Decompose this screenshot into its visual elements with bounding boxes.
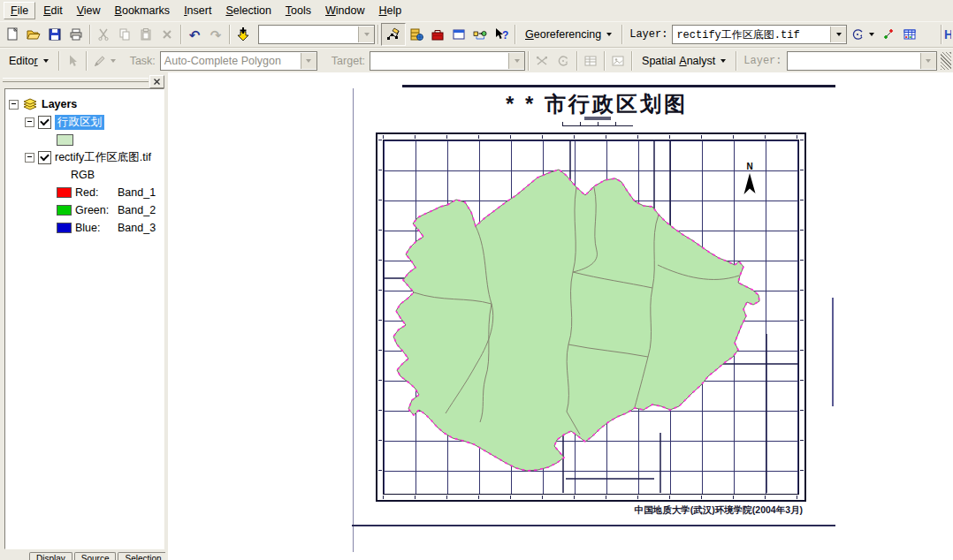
sa-layer-dropdown-button[interactable] [920, 53, 936, 69]
menu-file[interactable]: File [4, 2, 35, 19]
polygon-symbol-swatch[interactable] [57, 134, 73, 146]
close-panel-button[interactable] [149, 75, 164, 88]
target-combobox[interactable] [370, 51, 525, 71]
georef-layer-combobox[interactable]: rectify工作区底图.tif [672, 25, 847, 44]
band-name: Band_2 [118, 204, 156, 216]
layer-visibility-checkbox[interactable] [38, 151, 51, 164]
map-credit: 中国地质大学(武汉)环境学院(2004年3月) [635, 504, 803, 517]
toolbar-separator [229, 25, 230, 44]
layer-name-selected[interactable]: 行政区划 [55, 115, 104, 130]
menu-bookmarks[interactable]: Bookmarks [109, 3, 177, 19]
toc-layer-raster[interactable]: rectify工作区底图.tif [25, 148, 164, 166]
toc-root-layers[interactable]: Layers [9, 95, 164, 113]
sa-layer-combobox[interactable] [787, 51, 937, 71]
menu-tools[interactable]: Tools [279, 3, 317, 19]
arccatalog-button[interactable] [406, 24, 427, 45]
save-button[interactable] [44, 24, 65, 45]
clipped-toolbar-button[interactable]: H [944, 28, 951, 41]
cut-button[interactable] [93, 24, 114, 45]
close-icon [154, 79, 160, 85]
add-data-icon [236, 27, 250, 42]
collapse-icon[interactable] [9, 100, 19, 110]
new-document-button[interactable] [2, 24, 23, 45]
band-name: Band_3 [118, 222, 156, 234]
sketch-properties-button[interactable] [607, 50, 629, 72]
split-icon [535, 54, 549, 68]
toolbar-separator [941, 25, 942, 44]
attributes-button[interactable] [580, 50, 601, 72]
toc-layer-admin[interactable]: 行政区划 [25, 113, 164, 131]
rotate-tool-button[interactable] [847, 24, 878, 45]
arctoolbox-button[interactable] [427, 24, 448, 45]
layer-name[interactable]: rectify工作区底图.tif [55, 150, 151, 165]
task-dropdown-button[interactable] [301, 53, 316, 69]
add-control-points-button[interactable] [878, 24, 899, 45]
link-table-icon [903, 27, 917, 42]
georeferencing-menu-button[interactable]: Georeferencing [518, 24, 619, 45]
modelbuilder-button[interactable] [469, 24, 491, 45]
spatial-analyst-menu-button[interactable]: SpatialAnalyst [635, 50, 733, 72]
georef-layer-dropdown-button[interactable] [830, 26, 846, 42]
map-frame: N [376, 132, 806, 502]
band-channel-label: Red: [75, 186, 114, 199]
sa-layer-label: Layer: [743, 55, 781, 67]
chevron-down-icon [926, 59, 931, 63]
menu-insert[interactable]: Insert [178, 3, 217, 19]
menu-window[interactable]: Window [319, 3, 370, 19]
print-button[interactable] [65, 24, 87, 45]
scale-bar [562, 117, 633, 129]
menu-bar: File Edit View Bookmarks Insert Selectio… [0, 0, 953, 21]
editor-label: Editor [9, 55, 38, 67]
menu-view[interactable]: View [71, 3, 107, 19]
collapse-icon[interactable] [25, 153, 34, 163]
split-tool-button[interactable] [531, 50, 553, 72]
open-button[interactable] [23, 24, 44, 45]
toolbar-separator [377, 25, 378, 44]
help-arrow-question-icon: ? [494, 27, 508, 42]
band-color-swatch[interactable] [57, 223, 72, 233]
menu-help[interactable]: Help [373, 3, 408, 19]
arctoolbox-icon [431, 27, 445, 42]
redo-button[interactable]: ↷ [205, 24, 226, 45]
band-color-swatch[interactable] [57, 205, 72, 216]
add-data-button[interactable] [233, 24, 254, 45]
toolbar-separator [515, 25, 515, 44]
rotate-edit-tool-button[interactable] [553, 50, 574, 72]
clipped-hatch-button[interactable] [941, 52, 951, 70]
scale-dropdown-button[interactable] [358, 26, 374, 42]
whats-this-help-button[interactable]: ? [491, 24, 512, 45]
editor-toolbar-toggle-button[interactable] [381, 23, 406, 46]
tab-source[interactable]: Source [74, 552, 117, 560]
window-icon [452, 27, 466, 42]
undo-button[interactable]: ↶ [184, 24, 205, 45]
toc-symbol-row [57, 131, 164, 148]
sketch-tool-button[interactable] [89, 50, 119, 72]
command-window-button[interactable] [448, 24, 469, 45]
toc-band-row: Blue: Band_3 [57, 219, 164, 237]
map-scale-combobox[interactable] [258, 25, 375, 44]
chevron-down-icon [306, 59, 311, 63]
map-canvas[interactable]: * * 市行政区划图 [168, 72, 953, 560]
georef-layer-value: rectify工作区底图.tif [673, 27, 830, 42]
layout-bottom-line [352, 525, 835, 526]
tab-selection[interactable]: Selection [118, 552, 165, 560]
editor-menu-button[interactable]: Editor [2, 50, 56, 72]
paste-clipboard-icon [139, 27, 153, 42]
menu-edit[interactable]: Edit [37, 3, 69, 19]
panel-grip-handle[interactable] [3, 78, 149, 82]
view-link-table-button[interactable] [899, 24, 920, 45]
target-dropdown-button[interactable] [508, 53, 524, 69]
task-combobox[interactable]: Auto-Complete Polygon [160, 51, 317, 71]
paste-button[interactable] [135, 24, 156, 45]
band-color-swatch[interactable] [57, 187, 72, 198]
svg-text:?: ? [502, 29, 508, 42]
edit-tool-button[interactable] [62, 50, 83, 72]
tab-display[interactable]: Display [29, 552, 72, 560]
layer-visibility-checkbox[interactable] [38, 116, 51, 129]
table-of-contents-panel: Layers 行政区划 rectify工作区底图.tif RGB Red: [0, 72, 170, 560]
copy-button[interactable] [114, 24, 135, 45]
toolbar-separator [180, 25, 181, 44]
delete-button[interactable] [156, 24, 178, 45]
collapse-icon[interactable] [25, 117, 34, 127]
menu-selection[interactable]: Selection [219, 3, 277, 19]
